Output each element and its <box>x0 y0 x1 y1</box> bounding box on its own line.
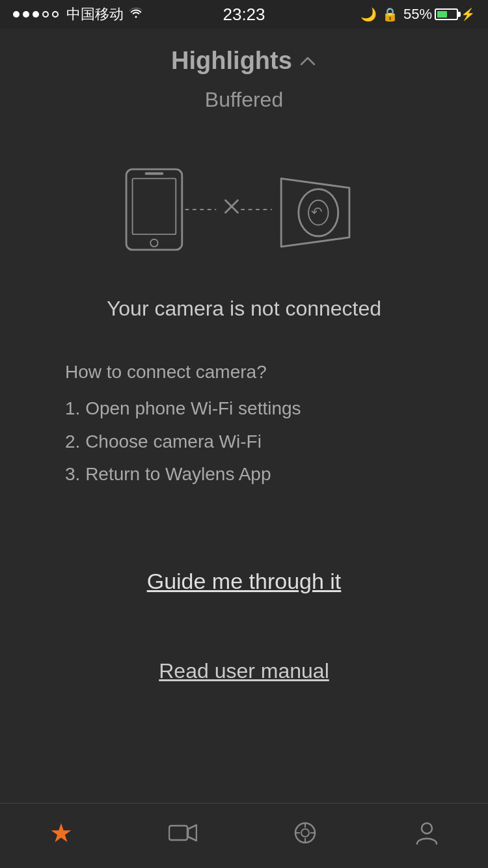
svg-point-14 <box>301 829 309 837</box>
battery-percent: 55% <box>403 6 432 23</box>
status-right: 🌙 🔒 55% ⚡ <box>360 6 475 23</box>
video-icon <box>169 822 197 843</box>
main-content: Highlights Buffered <box>0 29 488 807</box>
signal-dot-3 <box>33 11 39 18</box>
svg-rect-0 <box>126 169 182 250</box>
chevron-up-icon[interactable] <box>299 51 317 72</box>
svg-rect-3 <box>145 172 164 175</box>
instructions: How to connect camera? 1. Open phone Wi-… <box>0 356 488 530</box>
signal-dot-4 <box>42 11 49 18</box>
header-title: Highlights <box>171 47 317 75</box>
guide-me-button[interactable]: Guide me through it <box>147 569 342 593</box>
svg-point-19 <box>422 823 432 834</box>
battery-fill <box>437 11 447 18</box>
status-bar: 中国移动 23:23 🌙 🔒 55% ⚡ <box>0 0 488 29</box>
read-manual-button[interactable]: Read user manual <box>159 659 329 683</box>
svg-text:↶: ↶ <box>311 204 323 219</box>
page-title: Highlights <box>171 47 292 75</box>
status-left: 中国移动 <box>13 5 143 24</box>
instruction-step2: 2. Choose camera Wi-Fi <box>65 426 423 458</box>
bolt-icon: ⚡ <box>461 7 475 21</box>
carrier-name: 中国移动 <box>66 5 124 24</box>
how-to-label: How to connect camera? <box>65 356 423 388</box>
signal-dot-2 <box>23 11 29 18</box>
svg-rect-11 <box>169 826 187 840</box>
wifi-icon <box>129 6 143 23</box>
drive-icon <box>293 821 317 845</box>
illustration: ↶ <box>0 131 488 294</box>
buffered-label: Buffered <box>0 81 488 131</box>
instruction-step3: 3. Return to Waylens App <box>65 458 423 491</box>
svg-point-2 <box>150 239 157 247</box>
tab-drive[interactable] <box>244 804 366 861</box>
instruction-step1: 1. Open phone Wi-Fi settings <box>65 392 423 425</box>
battery-container: 55% ⚡ <box>403 6 475 23</box>
profile-icon <box>416 821 438 845</box>
tab-profile[interactable] <box>366 804 489 861</box>
moon-icon: 🌙 <box>360 7 377 22</box>
svg-marker-12 <box>188 825 197 841</box>
read-manual-container: Read user manual <box>0 627 488 735</box>
star-icon: ★ <box>49 818 73 848</box>
tab-video[interactable] <box>122 804 245 861</box>
signal-dot-5 <box>52 11 59 18</box>
signal-dots <box>13 11 59 18</box>
svg-rect-1 <box>133 178 176 234</box>
guide-button-container: Guide me through it <box>0 530 488 627</box>
signal-dot-1 <box>13 11 20 18</box>
tab-bar: ★ <box>0 803 488 868</box>
not-connected-text: Your camera is not connected <box>0 294 488 356</box>
lock-icon: 🔒 <box>382 7 398 22</box>
tab-highlights[interactable]: ★ <box>0 804 122 861</box>
battery-icon <box>435 8 458 20</box>
status-time: 23:23 <box>223 5 265 25</box>
header: Highlights <box>0 29 488 81</box>
